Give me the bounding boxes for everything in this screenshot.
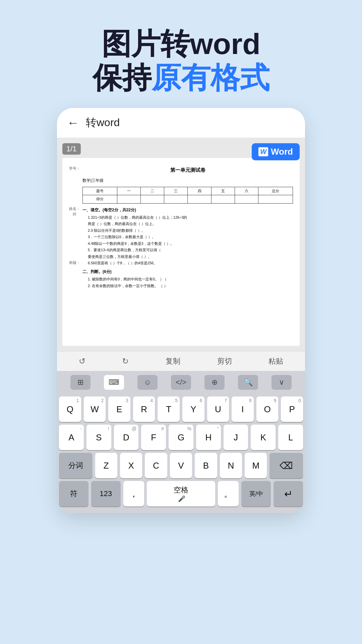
question-5b: 要使商是三位数，方框里最小填（ ）。 [88,254,293,260]
question-2: 2.0 除以任何不是0的数都得（ ）。 [88,228,293,233]
question-4: 4.48除以一个数的商是9，余数是3，这个数是（ ）。 [88,241,293,247]
key-e-sub: 3 [126,398,128,403]
key-b[interactable]: B [195,453,217,478]
document-page: 学号： 姓名： 封 班级： 第一单元测试卷 数学|三年级 [62,158,300,346]
backspace-icon: ⌫ [280,460,293,471]
table-cell [140,195,164,204]
key-e[interactable]: 3E [108,396,130,422]
redo-button[interactable]: ↻ [122,357,129,366]
key-d-sub: @ [132,426,136,431]
kb-sw-search[interactable]: 🔍 [238,375,258,390]
table-cell: 六 [235,187,258,195]
key-y[interactable]: 6Y [182,396,204,422]
key-x[interactable]: X [120,453,142,478]
question-5a: 5．要使13÷6的商是两位数，方框里可以填（ [88,247,293,253]
key-a-sub: - [80,426,82,431]
key-n[interactable]: N [220,453,242,478]
hero-line2-blue: 原有格式 [152,61,269,94]
key-backspace[interactable]: ⌫ [269,453,303,478]
table-cell [211,195,235,204]
table-cell: 五 [211,187,235,195]
back-button[interactable]: ← [67,116,79,130]
keyboard-row-2: -A !S @D #F %G "H J K L [59,425,303,450]
kb-sw-code[interactable]: </> [171,375,191,390]
section-1: 一、填空。(每空2分，共22分) 1.321÷3的商是（ ）位数，商的最高位在（… [82,207,293,266]
undo-button[interactable]: ↺ [79,357,85,366]
table-cell [235,195,258,204]
key-s[interactable]: !S [86,425,111,450]
key-w[interactable]: 2W [84,396,106,422]
table-cell: 一 [117,187,140,195]
key-v[interactable]: V [170,453,192,478]
key-f[interactable]: #F [141,425,166,450]
key-u-sub: 7 [224,398,227,403]
class-label: 班级： [69,260,80,266]
key-m[interactable]: M [245,453,267,478]
table-cell [258,195,293,204]
xuehao-label: 学号： [69,166,80,171]
key-t[interactable]: 5T [158,396,180,422]
key-f-sub: # [161,426,164,431]
copy-button[interactable]: 复制 [166,356,180,366]
key-k[interactable]: K [251,425,276,450]
judge-2: 2. 在有余数的除法中，余数一定小于除数。 （ ） [88,283,293,289]
key-comma[interactable]: ， [123,481,144,506]
document-inner: 第一单元测试卷 数学|三年级 题号 一 二 三 四 五 [82,166,293,288]
table-cell: 二 [140,187,164,195]
key-p-sub: 0 [298,398,301,403]
key-q[interactable]: 1Q [59,396,81,422]
key-o[interactable]: 9O [256,396,279,422]
key-h[interactable]: "H [196,425,221,450]
side-label-xuehao: 学号： [69,166,80,171]
question-1: 1.321÷3的商是（ ）位数，商的最高位在（ ）位上；126÷3的 [88,215,293,220]
key-g[interactable]: %G [169,425,193,450]
section-1-title: 一、填空。(每空2分，共22分) [82,207,293,213]
key-fenci[interactable]: 分词 [59,453,93,478]
key-d[interactable]: @D [114,425,139,450]
key-a[interactable]: -A [59,425,84,450]
word-icon: W [258,147,268,156]
key-i-sub: 8 [249,398,252,403]
judge-1: 1. 被除数的中间有0，商的中间也一定有0。 ） ） [88,276,293,282]
key-period[interactable]: 。 [218,481,239,506]
document-area: 1/1 W Word 学号： 姓名： 封 班级： [57,138,305,351]
key-l[interactable]: L [278,425,303,450]
doc-info: 数学|三年级 [82,177,293,184]
paste-button[interactable]: 粘贴 [268,356,283,366]
seal-label: 封 [69,212,80,217]
app-bar: ← 转word [57,108,305,138]
kb-sw-grid[interactable]: ⊞ [70,375,90,390]
kb-sw-keyboard[interactable]: ⌨ [104,375,124,390]
key-u[interactable]: 7U [207,396,229,422]
enter-icon: ↵ [284,488,293,500]
key-c[interactable]: C [145,453,167,478]
table-cell [188,195,211,204]
table-score-row: 得分 [83,195,293,204]
side-label-class: 班级： [69,260,80,266]
key-i[interactable]: 8I [232,396,254,422]
edit-toolbar: ↺ ↻ 复制 剪切 粘贴 [57,351,305,371]
key-z[interactable]: Z [95,453,117,478]
key-p[interactable]: 0P [281,396,303,422]
word-export-button[interactable]: W Word [252,143,300,160]
key-g-sub: % [187,426,191,431]
doc-title: 第一单元测试卷 [82,166,293,174]
key-r[interactable]: 4R [133,396,155,422]
hero-section: 图片转word 保持原有格式 [0,0,362,108]
question-1b: 商是（ ）位数，商的最高位在（ ）位上。 [88,221,293,227]
mic-icon: 🎤 [178,495,185,502]
key-sym[interactable]: 符 [59,481,88,506]
table-cell [164,195,188,204]
key-h-sub: " [217,426,219,431]
cut-button[interactable]: 剪切 [217,356,232,366]
key-123[interactable]: 123 [91,481,121,506]
kb-sw-emoji[interactable]: ☺ [137,375,158,390]
kb-sw-tools[interactable]: ⊕ [204,375,225,390]
key-space[interactable]: 空格 🎤 [147,481,216,506]
keyboard-row-3: 分词 Z X C V B N M ⌫ [59,453,303,478]
key-t-sub: 5 [175,398,178,403]
key-j[interactable]: J [224,425,248,450]
key-lang[interactable]: 英/中 [241,481,271,506]
key-enter[interactable]: ↵ [274,481,303,506]
kb-sw-collapse[interactable]: ∨ [272,375,292,390]
